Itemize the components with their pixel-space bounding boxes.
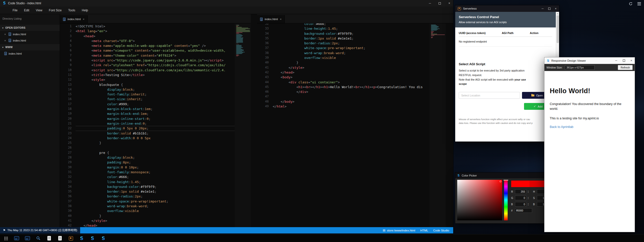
menu-item-edit[interactable]: Edit — [21, 8, 32, 13]
code-line[interactable]: color:#666; — [273, 23, 430, 26]
serverless-minimize-button[interactable]: ─ — [542, 7, 544, 10]
saturation-area[interactable] — [457, 180, 502, 220]
code-line[interactable]: margin:0 0 10px; — [76, 165, 235, 170]
code-line[interactable]: </style> — [273, 65, 430, 70]
code-line[interactable]: font-family:inherit; — [76, 92, 235, 97]
code-line[interactable]: margin-block-end:1em; — [76, 111, 235, 116]
sidebar-item-index.html[interactable]: ×index.html — [0, 37, 60, 44]
code-line[interactable]: border-width:0 0 0 5px — [76, 136, 235, 141]
code-line[interactable]: line-height:1.45; — [76, 180, 235, 184]
code-line[interactable]: display:block; — [76, 87, 235, 92]
code-line[interactable]: white-space:pre-wrap!important; — [76, 199, 235, 204]
maximize-button[interactable] — [439, 2, 441, 5]
terminal-window-icon-2[interactable] — [24, 235, 31, 241]
stepper[interactable]: ▲▼ — [527, 189, 530, 194]
file-path-status[interactable]: ▤ store:/www/index.html — [383, 229, 415, 232]
code-line[interactable]: } — [76, 214, 235, 218]
code-line[interactable]: margin-inline-end:0; — [76, 121, 235, 126]
code-line[interactable]: <meta charset="UTF-8"> — [76, 39, 235, 43]
close-button[interactable]: × — [448, 2, 450, 5]
code-line[interactable]: <meta name="theme-color" content="#ff922… — [76, 53, 235, 58]
menu-item-font-size[interactable]: Font Size — [46, 8, 65, 13]
search-icon[interactable] — [35, 235, 42, 241]
saturation-cursor[interactable] — [500, 181, 501, 182]
code-line[interactable]: line-height:1.45; — [273, 26, 430, 31]
menu-icon[interactable] — [637, 2, 641, 6]
terminal-window-icon[interactable] — [13, 235, 20, 241]
stepper-down-icon[interactable]: ▼ — [528, 192, 529, 193]
field-input-G[interactable]: 0 — [515, 196, 526, 200]
sidebar-item-index.html[interactable]: ×index.html — [0, 31, 60, 37]
code-line[interactable]: display:block; — [76, 155, 235, 160]
code-line[interactable]: margin-block-start:1em; — [76, 107, 235, 111]
code-line[interactable]: <link rel="stylesheet" href="https://cdn… — [76, 63, 235, 67]
tab-close-icon[interactable]: × — [83, 18, 84, 21]
serverless-close-button[interactable]: × — [555, 7, 557, 10]
tab-index-html[interactable]: index.html × — [60, 15, 88, 23]
close-icon[interactable]: × — [4, 39, 7, 42]
viewer-minimize-button[interactable]: ─ — [615, 59, 617, 62]
code-line[interactable]: color:#666; — [76, 175, 235, 179]
field-input-B[interactable]: 0 — [515, 202, 526, 206]
code-line[interactable]: </head> — [273, 70, 430, 75]
code-line[interactable]: <div class="ui container"> — [273, 80, 430, 85]
code-line[interactable]: word-wrap:break-word; — [76, 204, 235, 209]
code-editor[interactable]: <!DOCTYPE html><html lang="en"> <head> <… — [76, 23, 235, 227]
scrollbar-thumb[interactable] — [557, 15, 559, 43]
code-line[interactable]: </div> — [273, 89, 430, 94]
text-document-icon[interactable] — [56, 235, 64, 241]
back-link[interactable]: Back to Aprintlab — [550, 125, 573, 129]
code-line[interactable] — [76, 145, 235, 150]
code-line[interactable]: pre { — [76, 150, 235, 155]
menu-item-tools[interactable]: Tools — [65, 8, 78, 13]
tab-close-icon[interactable]: × — [280, 18, 281, 21]
sidebar-section-www[interactable]: ▾WWW — [0, 44, 60, 50]
code-studio-icon-3[interactable]: S — [100, 235, 107, 241]
code-line[interactable]: color:#999; — [76, 102, 235, 107]
file-manager-icon[interactable] — [45, 235, 53, 241]
code-line[interactable]: <html lang="en"> — [76, 29, 235, 33]
hex-input[interactable]: ff0000 — [515, 208, 532, 213]
code-line[interactable]: border:1px solid #e1e1e1; — [273, 36, 430, 41]
minimap[interactable] — [235, 23, 251, 227]
code-studio-icon-1[interactable]: S — [78, 235, 85, 241]
datetime-status[interactable]: ⚑ Thu May 11 2023 21:54:48 GMT+0800 (台北標… — [0, 227, 80, 233]
code-line[interactable]: font-size:inherit; — [76, 97, 235, 101]
code-line[interactable]: blockquote { — [76, 82, 235, 87]
code-line[interactable]: overflow:visible — [76, 209, 235, 213]
code-line[interactable]: border:solid #b1b1b1; — [76, 131, 235, 136]
code-line[interactable]: padding:8px; — [76, 160, 235, 165]
code-line[interactable]: border-radius:2px; — [273, 41, 430, 46]
color-picker-title-bar[interactable]: S Color Picker ─ × — [455, 172, 559, 178]
code-line[interactable]: } — [273, 60, 430, 65]
stepper-down-icon[interactable]: ▼ — [528, 204, 529, 206]
app-launcher-icon[interactable] — [2, 235, 10, 241]
code-line[interactable]: background-color:#f9f9f9; — [76, 184, 235, 189]
code-line[interactable] — [273, 94, 430, 99]
minimize-button[interactable]: ─ — [429, 2, 431, 5]
title-bar[interactable]: S Code Studio - index.html ─ × — [0, 0, 453, 7]
serverless-app-icon[interactable] — [67, 235, 75, 241]
code-line[interactable]: <script src="https://cdnjs.cloudflare.co… — [76, 68, 235, 73]
code-editor[interactable]: color:#666; line-height:1.45; background… — [273, 23, 430, 227]
code-line[interactable]: font-family:monospace; — [76, 170, 235, 175]
code-studio-icon-2[interactable]: S — [89, 235, 96, 241]
sidebar-item-index.html[interactable]: index.html — [0, 50, 60, 57]
menu-item-help[interactable]: Help — [79, 8, 91, 13]
code-line[interactable]: word-wrap:break-word; — [273, 51, 430, 55]
stepper-down-icon[interactable]: ▼ — [528, 198, 529, 199]
serverless-title-bar[interactable]: Serverless ─ × — [455, 5, 559, 12]
menu-item-file[interactable]: File — [10, 8, 20, 13]
code-line[interactable]: margin-inline-start:0; — [76, 116, 235, 121]
field-input-R[interactable]: 255 — [515, 189, 526, 194]
menu-item-view[interactable]: View — [33, 8, 45, 13]
code-line[interactable]: </head> — [76, 223, 235, 227]
viewer-close-button[interactable]: × — [631, 59, 632, 62]
refresh-icon[interactable] — [628, 2, 633, 6]
code-line[interactable]: border-radius:2px; — [76, 194, 235, 199]
scroll-up-icon[interactable]: ▲ — [556, 12, 559, 15]
code-line[interactable]: </style> — [76, 218, 235, 223]
code-line[interactable]: </html> — [273, 104, 430, 109]
code-line[interactable]: border:1px solid #e1e1e1; — [76, 189, 235, 194]
app-name-status[interactable]: Code Studio — [433, 229, 449, 232]
